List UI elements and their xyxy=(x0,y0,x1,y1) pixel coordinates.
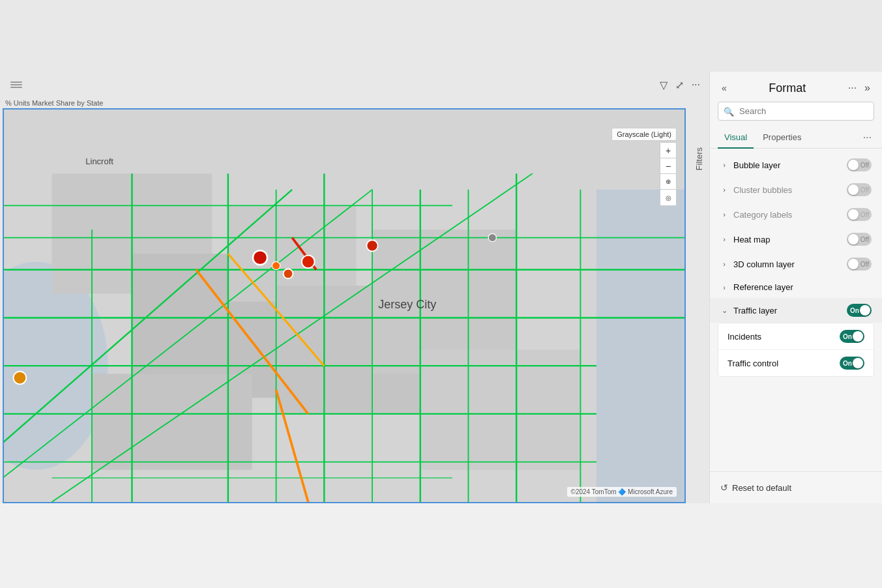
svg-point-37 xyxy=(272,261,280,269)
svg-point-36 xyxy=(284,269,293,278)
reset-label: Reset to default xyxy=(732,483,791,493)
toggle-knob-3d xyxy=(848,259,859,269)
layer-item-bubble[interactable]: › Bubble layer Off xyxy=(710,153,882,177)
zoom-in-button[interactable]: + xyxy=(660,143,676,158)
toggle-track-traffic[interactable]: On xyxy=(847,304,872,317)
toolbar-row: ▽ ⤢ ··· xyxy=(0,72,709,98)
chevron-right-icon-category: › xyxy=(720,211,728,218)
chevron-right-icon-reference: › xyxy=(720,284,728,291)
layer-item-3d[interactable]: › 3D column layer Off xyxy=(710,252,882,276)
layer-name-reference: Reference layer xyxy=(733,282,872,292)
map-container[interactable]: Grayscale (Light) Lincroft Jersey City +… xyxy=(3,108,686,503)
layer-item-heatmap[interactable]: › Heat map Off xyxy=(710,227,882,252)
toggle-knob-cluster xyxy=(848,184,859,195)
drag-handle[interactable] xyxy=(8,79,25,91)
toggle-label-bubble: Off xyxy=(860,162,869,169)
zoom-out-button[interactable]: − xyxy=(660,158,676,174)
tab-visual[interactable]: Visual xyxy=(718,127,754,149)
format-title: Format xyxy=(769,81,806,95)
right-panel: « Format ··· » 🔍 Visual Properties ··· xyxy=(709,72,882,503)
expand-button[interactable]: ⤢ xyxy=(674,78,685,93)
svg-point-35 xyxy=(302,256,315,269)
bottom-area xyxy=(0,503,882,588)
format-header-icons: ··· » xyxy=(847,81,872,95)
toggle-heatmap[interactable]: Off xyxy=(847,233,872,246)
toggle-3d[interactable]: Off xyxy=(847,257,872,271)
layer-name-3d: 3D column layer xyxy=(733,259,847,269)
format-more-button[interactable]: ··· xyxy=(847,81,858,95)
panel-back-button[interactable]: « xyxy=(720,81,728,95)
panel-collapse-button[interactable]: » xyxy=(863,81,872,95)
toggle-knob-traffic xyxy=(860,305,870,316)
top-bar xyxy=(0,0,882,72)
toggle-track-3d[interactable]: Off xyxy=(847,257,872,271)
layer-item-cluster[interactable]: › Cluster bubbles Off xyxy=(710,177,882,202)
layer-name-cluster: Cluster bubbles xyxy=(733,185,847,195)
svg-point-40 xyxy=(488,233,496,241)
tabs-row: Visual Properties ··· xyxy=(710,127,882,149)
toggle-knob-heatmap xyxy=(848,234,859,244)
toggle-knob-incidents xyxy=(853,331,863,342)
toggle-bubble[interactable]: Off xyxy=(847,158,872,171)
toggle-incidents[interactable]: On xyxy=(840,330,864,343)
toggle-track-incidents[interactable]: On xyxy=(840,330,864,343)
svg-rect-8 xyxy=(420,350,581,470)
map-wrapper: Grayscale (Light) Lincroft Jersey City +… xyxy=(0,108,688,503)
layer-item-traffic[interactable]: ⌄ Traffic layer On xyxy=(710,298,882,323)
chevron-right-icon: › xyxy=(720,161,728,169)
layer-item-reference[interactable]: › Reference layer xyxy=(710,276,882,298)
layers-list: › Bubble layer Off › Cluster bubbles xyxy=(710,149,882,471)
layer-item-category[interactable]: › Category labels Off xyxy=(710,202,882,227)
toggle-track-cluster[interactable]: Off xyxy=(847,183,872,196)
reset-button[interactable]: ↺ Reset to default xyxy=(720,480,791,495)
search-input[interactable] xyxy=(718,102,874,121)
toggle-traffic-control[interactable]: On xyxy=(840,357,864,370)
traffic-expanded-section: Incidents On Traffic control xyxy=(718,323,874,377)
drag-line-2 xyxy=(10,84,22,85)
map-section: ▽ ⤢ ··· % Units Market Share by State xyxy=(0,72,709,503)
format-panel: « Format ··· » 🔍 Visual Properties ··· xyxy=(710,72,882,503)
format-header: « Format ··· » xyxy=(710,72,882,102)
map-and-filters: Grayscale (Light) Lincroft Jersey City +… xyxy=(0,108,709,503)
tab-properties[interactable]: Properties xyxy=(756,127,808,149)
toolbar-more-button[interactable]: ··· xyxy=(690,78,701,92)
map-footer: ©2024 TomTom 🔷 Microsoft Azure xyxy=(567,487,677,497)
drag-line-3 xyxy=(10,87,22,88)
toggle-knob-category xyxy=(848,209,859,220)
chevron-right-icon-3d: › xyxy=(720,260,728,268)
filters-label[interactable]: Filters xyxy=(694,147,704,170)
layer-name-bubble: Bubble layer xyxy=(733,160,847,170)
svg-point-41 xyxy=(14,372,27,385)
drag-line-1 xyxy=(10,81,22,83)
layer-name-heatmap: Heat map xyxy=(733,235,847,244)
traffic-sub-incidents: Incidents On xyxy=(718,323,874,350)
main-area: ▽ ⤢ ··· % Units Market Share by State xyxy=(0,72,882,503)
toggle-track-category[interactable]: Off xyxy=(847,208,872,221)
reset-section: ↺ Reset to default xyxy=(710,471,882,503)
map-background: Grayscale (Light) Lincroft Jersey City +… xyxy=(4,110,684,502)
search-box: 🔍 xyxy=(718,102,874,121)
svg-point-38 xyxy=(253,250,267,265)
toggle-traffic[interactable]: On xyxy=(847,304,872,317)
compass-button[interactable]: ⊕ xyxy=(660,174,676,190)
toggle-knob-bubble xyxy=(848,160,859,170)
map-svg xyxy=(4,110,684,502)
map-style-label[interactable]: Grayscale (Light) xyxy=(611,128,677,141)
tab-more-button[interactable]: ··· xyxy=(860,129,874,146)
location-button[interactable]: ◎ xyxy=(660,190,676,205)
toggle-category[interactable]: Off xyxy=(847,208,872,221)
toggle-track-traffic-control[interactable]: On xyxy=(840,357,864,370)
reset-icon: ↺ xyxy=(720,482,728,493)
incidents-label: Incidents xyxy=(728,332,840,342)
toggle-knob-traffic-control xyxy=(853,358,863,368)
chevron-right-icon-cluster: › xyxy=(720,186,728,194)
toggle-track-bubble[interactable]: Off xyxy=(847,158,872,171)
search-icon: 🔍 xyxy=(724,106,734,116)
svg-rect-2 xyxy=(596,190,684,502)
map-zoom-controls: + − ⊕ ◎ xyxy=(660,142,677,206)
toggle-track-heatmap[interactable]: Off xyxy=(847,233,872,246)
toggle-cluster[interactable]: Off xyxy=(847,183,872,196)
toolbar-right: ▽ ⤢ ··· xyxy=(658,78,701,93)
traffic-sub-control: Traffic control On xyxy=(718,350,874,376)
filter-button[interactable]: ▽ xyxy=(658,78,669,93)
